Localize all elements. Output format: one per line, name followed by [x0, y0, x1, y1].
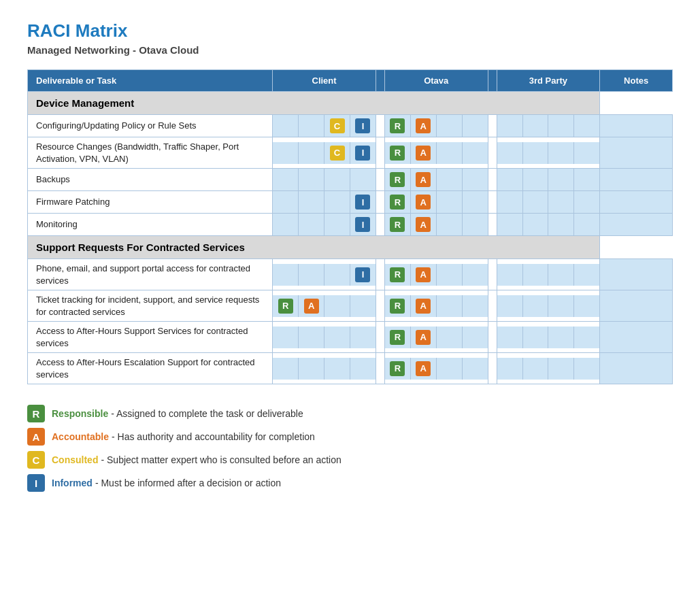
legend-title: Consulted — [52, 454, 98, 465]
table-row: Access to After-Hours Escalation Support… — [28, 353, 673, 384]
category-label: Support Requests For Contracted Services — [28, 236, 600, 259]
notes-cell — [600, 115, 673, 137]
legend-item: RResponsible - Assigned to complete the … — [27, 405, 673, 422]
notes-cell — [600, 259, 673, 290]
table-row: Ticket tracking for incident, support, a… — [28, 290, 673, 322]
table-row: BackupsRA — [28, 169, 673, 191]
page-subtitle: Managed Networking - Otava Cloud — [27, 44, 673, 56]
legend-item: CConsulted - Subject matter expert who i… — [27, 451, 673, 469]
legend-badge: C — [27, 451, 45, 469]
legend-badge: I — [27, 474, 45, 492]
notes-cell — [600, 191, 673, 214]
page-title: RACI Matrix — [27, 20, 673, 41]
legend-title: Informed — [52, 478, 93, 488]
legend: RResponsible - Assigned to complete the … — [27, 405, 673, 492]
notes-cell — [600, 353, 673, 384]
raci-table: Deliverable or Task Client Otava 3rd Par… — [27, 69, 673, 384]
table-row: Resource Changes (Bandwidth, Traffic Sha… — [28, 137, 673, 169]
notes-cell — [600, 322, 673, 353]
task-cell: Monitoring — [28, 214, 273, 236]
legend-item: AAccountable - Has authority and account… — [27, 428, 673, 446]
divider-2 — [488, 70, 497, 92]
legend-badge: A — [27, 428, 45, 446]
table-row: Phone, email, and support portal access … — [28, 259, 673, 290]
legend-title: Responsible — [52, 408, 108, 419]
table-row: Configuring/Updating Policy or Rule Sets… — [28, 115, 673, 137]
header-client: Client — [273, 70, 376, 92]
task-cell: Phone, email, and support portal access … — [28, 259, 273, 290]
task-cell: Firmware Patching — [28, 191, 273, 214]
table-row: MonitoringIRA — [28, 214, 673, 236]
legend-desc: - Has authority and accountability for c… — [112, 431, 315, 442]
divider-1 — [376, 70, 384, 92]
header-notes: Notes — [600, 70, 673, 92]
notes-cell — [600, 214, 673, 236]
table-row: Firmware PatchingIRA — [28, 191, 673, 214]
task-cell: Ticket tracking for incident, support, a… — [28, 290, 273, 322]
legend-badge: R — [27, 405, 45, 422]
legend-item: IInformed - Must be informed after a dec… — [27, 474, 673, 492]
notes-cell — [600, 137, 673, 169]
task-cell: Resource Changes (Bandwidth, Traffic Sha… — [28, 137, 273, 169]
legend-desc: - Assigned to complete the task or deliv… — [111, 408, 303, 419]
legend-desc: - Must be informed after a decision or a… — [95, 478, 281, 488]
task-cell: Access to After-Hours Escalation Support… — [28, 353, 273, 384]
header-otava: Otava — [384, 70, 488, 92]
task-cell: Configuring/Updating Policy or Rule Sets — [28, 115, 273, 137]
table-row: Access to After-Hours Support Services f… — [28, 322, 673, 353]
header-task: Deliverable or Task — [28, 70, 273, 92]
notes-cell — [600, 169, 673, 191]
header-third: 3rd Party — [497, 70, 600, 92]
legend-desc: - Subject matter expert who is consulted… — [101, 454, 341, 465]
task-cell: Access to After-Hours Support Services f… — [28, 322, 273, 353]
legend-title: Accountable — [52, 431, 109, 442]
category-label: Device Management — [28, 92, 600, 115]
task-cell: Backups — [28, 169, 273, 191]
notes-cell — [600, 290, 673, 322]
